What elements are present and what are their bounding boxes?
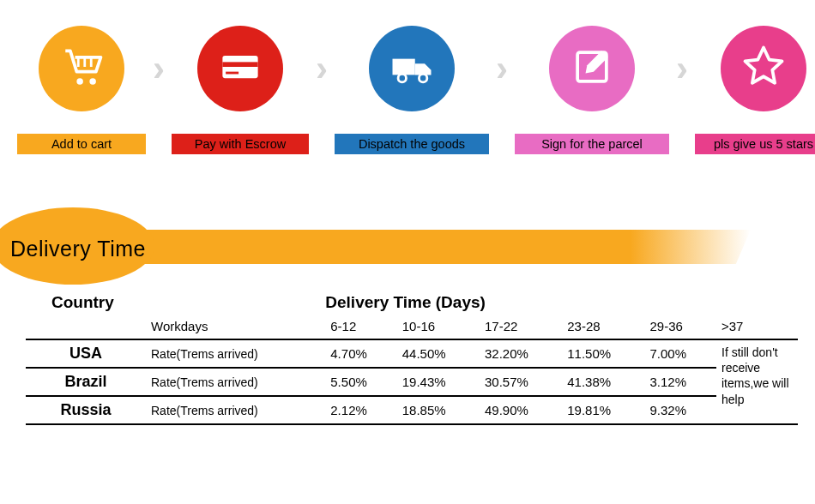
truck-icon <box>386 41 438 96</box>
rate-cell: 2.12% <box>325 396 396 424</box>
rate-cell: 4.70% <box>325 339 396 368</box>
step-circle <box>549 26 635 111</box>
col-header: 29-36 <box>644 314 716 339</box>
col-header: >37 <box>716 314 798 339</box>
step-give-stars: pls give us 5 stars <box>695 26 815 154</box>
delivery-table: Country Delivery Time (Days) Workdays 6-… <box>26 290 798 425</box>
svg-point-5 <box>398 74 406 81</box>
table-row: Russia Rate(Trems arrived) 2.12% 18.85% … <box>26 396 798 424</box>
rate-cell: 5.50% <box>325 368 396 396</box>
cart-icon <box>56 41 107 96</box>
delivery-time-header: Delivery Time (Days) <box>325 290 798 314</box>
col-header: 17-22 <box>480 314 562 339</box>
rate-cell: 19.81% <box>562 396 644 424</box>
rate-cell: 7.00% <box>644 339 716 368</box>
step-add-to-cart: Add to cart <box>17 26 146 154</box>
arrow-icon: › <box>316 26 328 111</box>
sign-icon <box>566 41 618 96</box>
step-label: Pay with Escrow <box>172 134 309 154</box>
step-label: Add to cart <box>17 134 146 154</box>
step-sign-parcel: Sign for the parcel <box>515 26 669 154</box>
star-icon <box>738 41 789 96</box>
process-steps: Add to cart › Pay with Escrow › Dispatch… <box>0 0 815 154</box>
country-cell: Russia <box>26 396 146 424</box>
col-header: 6-12 <box>325 314 396 339</box>
rate-label: Rate(Trems arrived) <box>146 339 325 368</box>
rate-cell: 11.50% <box>562 339 644 368</box>
rate-label: Rate(Trems arrived) <box>146 396 325 424</box>
rate-cell: 32.20% <box>480 339 562 368</box>
step-label: Sign for the parcel <box>515 134 669 154</box>
rate-cell: 30.57% <box>480 368 562 396</box>
col-header: 23-28 <box>562 314 644 339</box>
svg-rect-4 <box>226 72 238 75</box>
step-label: Dispatch the goods <box>335 134 489 154</box>
table-row: USA Rate(Trems arrived) 4.70% 44.50% 32.… <box>26 339 798 368</box>
arrow-icon: › <box>496 26 508 111</box>
step-dispatch: Dispatch the goods <box>335 26 489 154</box>
arrow-icon: › <box>153 26 165 111</box>
delivery-time-title: Delivery Time <box>10 237 146 261</box>
delivery-time-banner: Delivery Time <box>0 214 815 283</box>
step-label: pls give us 5 stars <box>695 134 815 154</box>
country-cell: Brazil <box>26 368 146 396</box>
rate-label: Rate(Trems arrived) <box>146 368 325 396</box>
footnote: If still don't receive items,we will hel… <box>716 339 798 424</box>
rate-cell: 41.38% <box>562 368 644 396</box>
arrow-icon: › <box>676 26 688 111</box>
step-circle <box>197 26 283 111</box>
card-icon <box>214 41 266 96</box>
step-circle <box>721 26 806 111</box>
step-circle <box>39 26 124 111</box>
rate-cell: 19.43% <box>397 368 480 396</box>
svg-point-6 <box>419 74 426 81</box>
rate-cell: 49.90% <box>480 396 562 424</box>
step-pay-escrow: Pay with Escrow <box>172 26 309 154</box>
col-header: 10-16 <box>397 314 480 339</box>
table-header-row: Country Delivery Time (Days) <box>26 290 798 314</box>
table-row: Brazil Rate(Trems arrived) 5.50% 19.43% … <box>26 368 798 396</box>
delivery-table-wrap: Country Delivery Time (Days) Workdays 6-… <box>26 290 798 425</box>
svg-rect-3 <box>222 62 257 67</box>
workdays-label: Workdays <box>146 314 325 339</box>
rate-cell: 9.32% <box>644 396 716 424</box>
svg-point-1 <box>89 78 96 85</box>
rate-cell: 3.12% <box>644 368 716 396</box>
country-cell: USA <box>26 339 146 368</box>
table-subheader-row: Workdays 6-12 10-16 17-22 23-28 29-36 >3… <box>26 314 798 339</box>
rate-cell: 18.85% <box>397 396 480 424</box>
country-header: Country <box>26 290 325 314</box>
svg-point-0 <box>76 78 83 85</box>
step-circle <box>369 26 455 111</box>
rate-cell: 44.50% <box>397 339 480 368</box>
